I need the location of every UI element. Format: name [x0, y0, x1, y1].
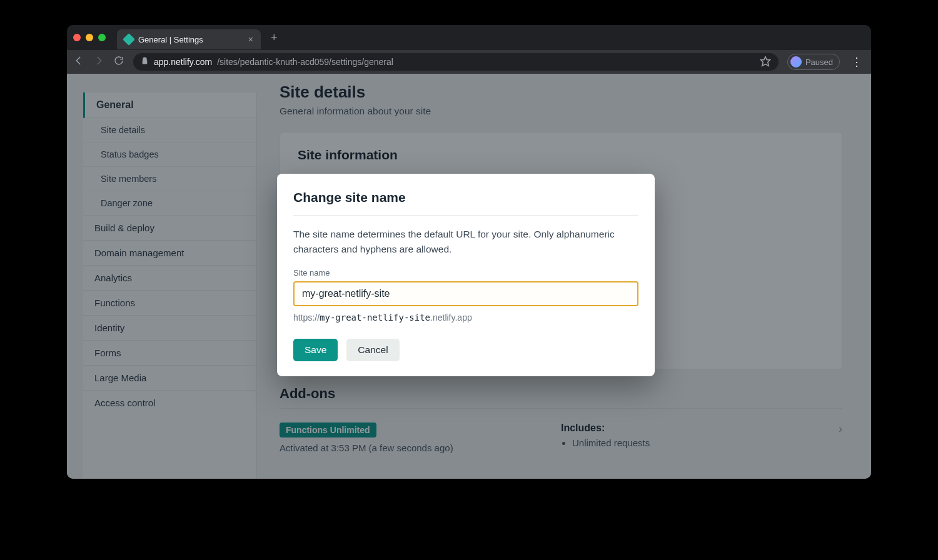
modal-actions: Save Cancel [293, 339, 638, 361]
back-button[interactable] [73, 55, 84, 69]
svg-marker-0 [760, 56, 770, 66]
save-button[interactable]: Save [293, 339, 338, 361]
avatar-icon [790, 56, 802, 68]
bookmark-icon[interactable] [760, 56, 771, 69]
browser-toolbar: app.netlify.com/sites/pedantic-knuth-acd… [67, 50, 871, 74]
address-bar[interactable]: app.netlify.com/sites/pedantic-knuth-acd… [133, 53, 779, 71]
url-path: /sites/pedantic-knuth-acd059/settings/ge… [217, 57, 393, 67]
modal-title: Change site name [293, 190, 638, 216]
url-host: app.netlify.com [154, 57, 212, 67]
close-tab-icon[interactable]: × [248, 34, 253, 44]
favicon-icon [123, 33, 135, 46]
preview-suffix: .netlify.app [430, 312, 472, 322]
tab-strip: General | Settings × + [67, 25, 871, 50]
close-window-icon[interactable] [73, 34, 81, 41]
change-site-name-modal: Change site name The site name determine… [277, 174, 655, 376]
profile-label: Paused [805, 58, 833, 67]
preview-name: my-great-netlify-site [320, 312, 430, 322]
lock-icon [141, 57, 149, 67]
preview-url: https://my-great-netlify-site.netlify.ap… [293, 312, 638, 322]
preview-prefix: https:// [293, 312, 320, 322]
cancel-button[interactable]: Cancel [346, 339, 399, 361]
browser-window: General | Settings × + app.netlify.com/s… [67, 25, 871, 479]
browser-menu-button[interactable]: ⋮ [849, 55, 865, 69]
minimize-window-icon[interactable] [86, 34, 93, 41]
profile-chip[interactable]: Paused [787, 54, 840, 70]
forward-button[interactable] [93, 55, 104, 69]
window-controls [73, 34, 106, 41]
new-tab-button[interactable]: + [266, 31, 283, 44]
reload-button[interactable] [113, 55, 124, 69]
tab-title: General | Settings [138, 35, 203, 44]
modal-description: The site name determines the default URL… [293, 227, 638, 257]
browser-tab[interactable]: General | Settings × [117, 29, 261, 49]
fullscreen-window-icon[interactable] [98, 34, 106, 41]
viewport: General Site details Status badges Site … [67, 74, 871, 479]
site-name-label: Site name [293, 268, 638, 278]
site-name-input[interactable] [293, 281, 638, 306]
